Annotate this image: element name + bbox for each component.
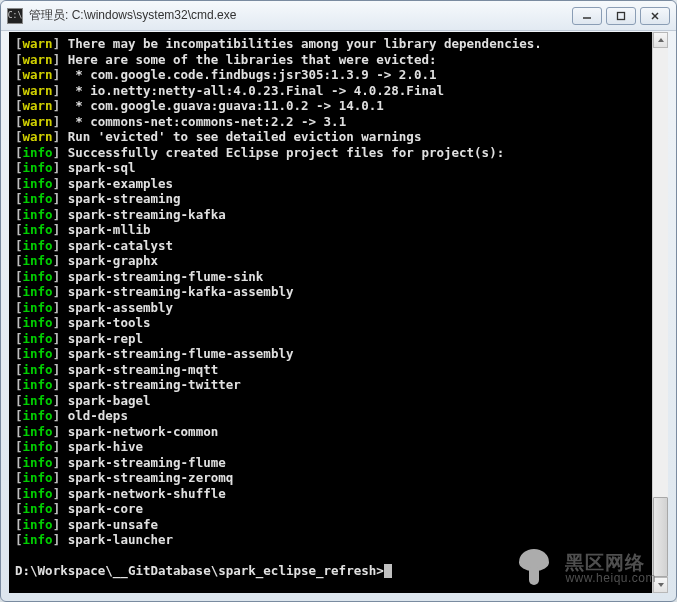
log-level: info	[23, 191, 53, 206]
log-message: spark-catalyst	[68, 238, 173, 253]
scrollbar-vertical[interactable]	[652, 32, 668, 593]
bracket-close: ]	[53, 191, 68, 206]
log-message: Here are some of the libraries that were…	[68, 52, 437, 67]
bracket-close: ]	[53, 393, 68, 408]
bracket-close: ]	[53, 470, 68, 485]
log-level: info	[23, 532, 53, 547]
log-message: spark-streaming-kafka	[68, 207, 226, 222]
log-message: spark-assembly	[68, 300, 173, 315]
log-message: Successfully created Eclipse project fil…	[68, 145, 505, 160]
terminal-line: [info] spark-hive	[15, 439, 662, 455]
terminal-output[interactable]: [warn] There may be incompatibilities am…	[9, 32, 668, 593]
terminal-line: [info] spark-tools	[15, 315, 662, 331]
log-level: info	[23, 300, 53, 315]
window-title: 管理员: C:\windows\system32\cmd.exe	[29, 7, 572, 24]
log-level: info	[23, 176, 53, 191]
bracket-close: ]	[53, 98, 68, 113]
bracket-open: [	[15, 67, 23, 82]
log-level: warn	[23, 98, 53, 113]
bracket-open: [	[15, 455, 23, 470]
terminal-line: [info] spark-core	[15, 501, 662, 517]
bracket-close: ]	[53, 377, 68, 392]
bracket-open: [	[15, 486, 23, 501]
terminal-line: [warn] Run 'evicted' to see detailed evi…	[15, 129, 662, 145]
log-level: info	[23, 408, 53, 423]
bracket-close: ]	[53, 114, 68, 129]
bracket-close: ]	[53, 315, 68, 330]
maximize-button[interactable]	[606, 7, 636, 25]
close-button[interactable]	[640, 7, 670, 25]
bracket-close: ]	[53, 145, 68, 160]
log-message: * io.netty:netty-all:4.0.23.Final -> 4.0…	[68, 83, 444, 98]
bracket-open: [	[15, 300, 23, 315]
scrollbar-thumb[interactable]	[653, 497, 668, 577]
log-level: info	[23, 346, 53, 361]
log-message: * com.google.guava:guava:11.0.2 -> 14.0.…	[68, 98, 384, 113]
bracket-close: ]	[53, 501, 68, 516]
log-level: info	[23, 377, 53, 392]
scroll-up-button[interactable]	[653, 32, 668, 48]
bracket-open: [	[15, 253, 23, 268]
terminal-line: [info] spark-examples	[15, 176, 662, 192]
bracket-close: ]	[53, 300, 68, 315]
bracket-open: [	[15, 346, 23, 361]
log-level: info	[23, 501, 53, 516]
minimize-button[interactable]	[572, 7, 602, 25]
bracket-open: [	[15, 52, 23, 67]
log-level: info	[23, 439, 53, 454]
bracket-close: ]	[53, 253, 68, 268]
log-message: spark-bagel	[68, 393, 151, 408]
bracket-close: ]	[53, 532, 68, 547]
log-message: spark-launcher	[68, 532, 173, 547]
log-level: info	[23, 470, 53, 485]
log-level: warn	[23, 114, 53, 129]
titlebar[interactable]: C:\ 管理员: C:\windows\system32\cmd.exe	[1, 1, 676, 31]
prompt-text: D:\Workspace\__GitDatabase\spark_eclipse…	[15, 563, 384, 578]
log-level: info	[23, 315, 53, 330]
bracket-close: ]	[53, 269, 68, 284]
log-message: spark-streaming-zeromq	[68, 470, 234, 485]
log-message: spark-streaming	[68, 191, 181, 206]
bracket-close: ]	[53, 455, 68, 470]
terminal-line: [info] spark-streaming-flume-assembly	[15, 346, 662, 362]
bracket-close: ]	[53, 424, 68, 439]
terminal-line: [info] old-deps	[15, 408, 662, 424]
scroll-down-button[interactable]	[653, 577, 668, 593]
terminal-line: [warn] Here are some of the libraries th…	[15, 52, 662, 68]
log-message: spark-sql	[68, 160, 136, 175]
bracket-open: [	[15, 393, 23, 408]
log-level: warn	[23, 36, 53, 51]
log-level: info	[23, 331, 53, 346]
log-message: spark-graphx	[68, 253, 158, 268]
prompt-line[interactable]: D:\Workspace\__GitDatabase\spark_eclipse…	[15, 563, 662, 579]
terminal-line: [info] spark-streaming	[15, 191, 662, 207]
bracket-open: [	[15, 238, 23, 253]
log-message: spark-streaming-mqtt	[68, 362, 219, 377]
log-level: info	[23, 284, 53, 299]
log-message: spark-hive	[68, 439, 143, 454]
bracket-open: [	[15, 129, 23, 144]
log-level: warn	[23, 67, 53, 82]
log-level: warn	[23, 52, 53, 67]
svg-marker-5	[658, 583, 664, 587]
bracket-close: ]	[53, 83, 68, 98]
log-message: spark-streaming-twitter	[68, 377, 241, 392]
terminal-line: [info] Successfully created Eclipse proj…	[15, 145, 662, 161]
cmd-icon: C:\	[7, 8, 23, 24]
terminal-line: [info] spark-streaming-twitter	[15, 377, 662, 393]
log-message: spark-tools	[68, 315, 151, 330]
bracket-open: [	[15, 284, 23, 299]
log-message: spark-examples	[68, 176, 173, 191]
log-message: Run 'evicted' to see detailed eviction w…	[68, 129, 422, 144]
bracket-open: [	[15, 222, 23, 237]
log-message: spark-streaming-flume-sink	[68, 269, 264, 284]
bracket-close: ]	[53, 408, 68, 423]
bracket-open: [	[15, 145, 23, 160]
bracket-close: ]	[53, 284, 68, 299]
terminal-line: [info] spark-catalyst	[15, 238, 662, 254]
log-message: spark-core	[68, 501, 143, 516]
log-level: info	[23, 455, 53, 470]
svg-rect-1	[618, 12, 625, 19]
bracket-close: ]	[53, 331, 68, 346]
bracket-close: ]	[53, 67, 68, 82]
